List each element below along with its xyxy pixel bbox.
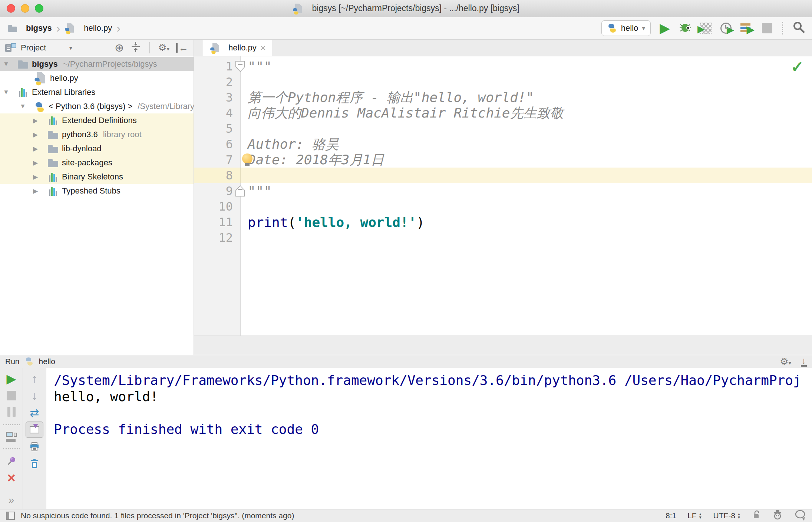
- event-log-button[interactable]: [794, 509, 806, 522]
- run-with-coverage-button[interactable]: ▶: [700, 23, 712, 34]
- prev-trace-button[interactable]: ↑: [32, 372, 37, 386]
- tree-item-typeshed-stubs[interactable]: ▶Typeshed Stubs: [0, 184, 194, 198]
- collapse-all-button[interactable]: [131, 42, 141, 54]
- pause-output-button[interactable]: [6, 407, 17, 418]
- code-line-7[interactable]: 7Date: 2018年3月1日: [194, 152, 812, 168]
- code-line-8[interactable]: 8: [194, 168, 812, 183]
- code-line-11[interactable]: 11print('hello, world!'): [194, 214, 812, 230]
- locate-file-button[interactable]: ⊕: [115, 42, 124, 53]
- concurrency-diagram-button[interactable]: ▶: [740, 23, 753, 33]
- expand-arrow-icon[interactable]: ▶: [33, 187, 47, 195]
- stop-process-button[interactable]: [7, 391, 16, 400]
- run-header-actions: ⚙▾ ↓: [780, 356, 807, 367]
- code-line-6[interactable]: 6Author: 骆昊: [194, 136, 812, 152]
- main-area: Project ▾ ⊕ ⚙▾ ←: [0, 40, 812, 355]
- tree-item-label: site-packages: [62, 158, 112, 168]
- project-panel-title[interactable]: Project: [21, 43, 46, 53]
- expand-arrow-icon[interactable]: ▶: [33, 173, 47, 181]
- project-header-actions: ⊕ ⚙▾ ←: [115, 42, 188, 54]
- code-line-12[interactable]: 12: [194, 230, 812, 245]
- soft-wrap-button[interactable]: ⇄: [30, 406, 39, 419]
- run-toolbar-column-2: ↑ ↓ ⇄: [23, 368, 46, 509]
- run-button[interactable]: ▶: [660, 22, 670, 35]
- folder-icon: [47, 157, 59, 169]
- code-text: 向伟大的Dennis MacAlistair Ritchie先生致敬: [248, 104, 564, 122]
- code-token: """: [248, 59, 272, 74]
- fold-marker-icon[interactable]: [235, 185, 245, 196]
- search-everywhere-button[interactable]: [793, 21, 805, 35]
- tree-item-python-3.6-bigsys[interactable]: ▼< Python 3.6 (bigsys) >/System/Library/…: [0, 99, 194, 113]
- next-trace-button[interactable]: ↓: [32, 389, 37, 403]
- code-line-10[interactable]: 10: [194, 199, 812, 214]
- tree-item-site-packages[interactable]: ▶site-packages: [0, 156, 194, 170]
- code-text: print('hello, world!'): [248, 215, 425, 230]
- tree-item-extended-definitions[interactable]: ▶Extended Definitions: [0, 113, 194, 128]
- editor-body[interactable]: 1"""23第一个Python程序 - 输出"hello, world!"4向伟…: [194, 56, 812, 336]
- tree-item-lib-dynload[interactable]: ▶lib-dynload: [0, 142, 194, 156]
- collapse-arrow-icon[interactable]: ▼: [3, 89, 17, 96]
- code-line-1[interactable]: 1""": [194, 59, 812, 74]
- tree-item-suffix: library root: [103, 130, 142, 139]
- more-actions-button[interactable]: »: [9, 494, 14, 506]
- tree-item-bigsys[interactable]: ▼bigsys~/PycharmProjects/bigsys: [0, 57, 194, 71]
- tree-item-external-libraries[interactable]: ▼External Libraries: [0, 85, 194, 99]
- hide-run-panel-button[interactable]: ↓: [801, 356, 807, 367]
- run-toolbar: hello ▾ ▶ ▶ ▶ ▶: [601, 20, 805, 36]
- close-window-button[interactable]: [7, 4, 15, 13]
- toolbar-dotted-separator: [3, 448, 20, 449]
- restore-layout-button[interactable]: [6, 432, 17, 442]
- run-panel-tab[interactable]: hello: [39, 357, 55, 366]
- run-settings-button[interactable]: ⚙▾: [780, 357, 791, 367]
- toggle-tool-buttons-icon[interactable]: [6, 512, 15, 520]
- tab-hello-py[interactable]: hello.py ×: [203, 40, 273, 56]
- tree-item-binary-skeletons[interactable]: ▶Binary Skeletons: [0, 170, 194, 184]
- caret-position-widget[interactable]: 8:1: [666, 511, 676, 520]
- code-line-3[interactable]: 3第一个Python程序 - 输出"hello, world!": [194, 90, 812, 105]
- code-text: """: [248, 59, 272, 74]
- title-bar: bigsys [~/PycharmProjects/bigsys] - .../…: [0, 0, 812, 17]
- readonly-toggle-button[interactable]: [752, 510, 761, 522]
- code-line-2[interactable]: 2: [194, 74, 812, 90]
- code-line-5[interactable]: 5: [194, 121, 812, 136]
- tree-item-hello.py[interactable]: hello.py: [0, 71, 194, 85]
- settings-button[interactable]: ⚙▾: [158, 43, 169, 53]
- minimize-window-button[interactable]: [21, 4, 29, 13]
- line-ending-widget[interactable]: LF ▲▼: [687, 511, 702, 520]
- expand-arrow-icon[interactable]: ▶: [33, 117, 47, 125]
- stop-button[interactable]: [762, 23, 772, 33]
- encoding-widget[interactable]: UTF-8 ▲▼: [713, 511, 741, 520]
- breadcrumb-project[interactable]: bigsys: [26, 23, 52, 33]
- scroll-to-end-button[interactable]: [26, 422, 43, 438]
- expand-arrow-icon[interactable]: ▶: [33, 131, 47, 139]
- expand-arrow-icon[interactable]: ▶: [33, 145, 47, 153]
- run-console-output[interactable]: /System/Library/Frameworks/Python.framew…: [46, 368, 812, 509]
- close-panel-button[interactable]: ×: [7, 470, 15, 486]
- expand-arrow-icon[interactable]: ▶: [33, 159, 47, 167]
- chevron-down-icon[interactable]: ▾: [69, 44, 72, 52]
- collapse-all-icon: [131, 42, 141, 52]
- run-configuration-select[interactable]: hello ▾: [601, 20, 651, 36]
- clear-all-button[interactable]: [23, 455, 46, 472]
- intention-bulb-icon[interactable]: [242, 153, 253, 166]
- fold-marker-icon[interactable]: [235, 61, 245, 72]
- tree-item-python3.6[interactable]: ▶python3.6library root: [0, 128, 194, 142]
- hide-panel-button[interactable]: ←: [176, 43, 188, 53]
- print-button[interactable]: [23, 438, 46, 455]
- profile-button[interactable]: ▶: [720, 23, 732, 34]
- zoom-window-button[interactable]: [35, 4, 43, 13]
- breadcrumb-file[interactable]: hello.py: [84, 23, 112, 33]
- close-tab-icon[interactable]: ×: [260, 42, 266, 54]
- tree-item-label: hello.py: [50, 73, 78, 83]
- inspections-ok-icon[interactable]: ✓: [791, 58, 804, 76]
- collapse-arrow-icon[interactable]: ▼: [3, 60, 17, 68]
- project-panel-header: Project ▾ ⊕ ⚙▾ ←: [0, 40, 194, 56]
- collapse-arrow-icon[interactable]: ▼: [20, 103, 34, 110]
- pin-tab-button[interactable]: [0, 452, 23, 469]
- toolbar-separator: [782, 22, 783, 34]
- library-icon: [47, 185, 59, 197]
- debug-button[interactable]: [679, 22, 691, 35]
- code-line-4[interactable]: 4向伟大的Dennis MacAlistair Ritchie先生致敬: [194, 105, 812, 121]
- highlighting-level-button[interactable]: [772, 509, 783, 522]
- code-line-9[interactable]: 9""": [194, 183, 812, 199]
- rerun-button[interactable]: ▶: [6, 371, 16, 386]
